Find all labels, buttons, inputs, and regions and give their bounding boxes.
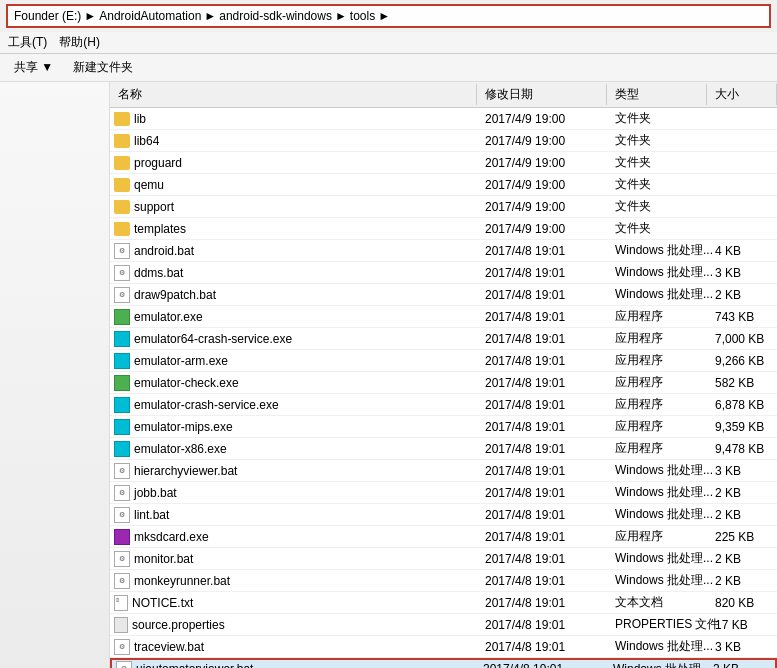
file-size-cell: 743 KB	[707, 310, 777, 324]
menu-help[interactable]: 帮助(H)	[59, 34, 100, 51]
file-type-cell: 应用程序	[607, 528, 707, 545]
file-type-cell: 应用程序	[607, 352, 707, 369]
file-name: lib64	[134, 134, 159, 148]
menu-bar: 工具(T) 帮助(H)	[0, 32, 777, 54]
file-size-cell: 582 KB	[707, 376, 777, 390]
file-name: emulator-crash-service.exe	[134, 398, 279, 412]
file-size-cell: 9,266 KB	[707, 354, 777, 368]
file-name-cell: emulator-mips.exe	[110, 419, 477, 435]
bat-icon: ⚙	[114, 573, 130, 589]
file-name-cell: ⚙ ddms.bat	[110, 265, 477, 281]
table-row[interactable]: ⚙ monkeyrunner.bat 2017/4/8 19:01 Window…	[110, 570, 777, 592]
table-row[interactable]: templates 2017/4/9 19:00 文件夹	[110, 218, 777, 240]
table-row[interactable]: emulator64-crash-service.exe 2017/4/8 19…	[110, 328, 777, 350]
file-type-cell: 文本文档	[607, 594, 707, 611]
table-row[interactable]: ⚙ draw9patch.bat 2017/4/8 19:01 Windows …	[110, 284, 777, 306]
file-date-cell: 2017/4/9 19:00	[477, 112, 607, 126]
table-row[interactable]: emulator-arm.exe 2017/4/8 19:01 应用程序 9,2…	[110, 350, 777, 372]
address-sep-2: ►	[335, 9, 347, 23]
file-name-cell: support	[110, 200, 477, 214]
file-name-cell: emulator.exe	[110, 309, 477, 325]
file-date-cell: 2017/4/8 19:01	[477, 398, 607, 412]
column-headers: 名称 修改日期 类型 大小	[110, 82, 777, 108]
bat-icon: ⚙	[114, 639, 130, 655]
share-label: 共享 ▼	[14, 59, 53, 76]
file-size-cell: 2 KB	[707, 574, 777, 588]
file-type-cell: Windows 批处理...	[607, 550, 707, 567]
folder-icon	[114, 156, 130, 170]
file-date-cell: 2017/4/9 19:00	[477, 156, 607, 170]
left-nav-placeholder	[0, 82, 109, 668]
file-name: lint.bat	[134, 508, 169, 522]
address-part-3: tools	[350, 9, 375, 23]
address-bar[interactable]: Founder (E:) ► AndroidAutomation ► andro…	[6, 4, 771, 28]
file-name-cell: source.properties	[110, 617, 477, 633]
exe-teal-icon	[114, 331, 130, 347]
exe-teal-icon	[114, 419, 130, 435]
file-date-cell: 2017/4/8 19:01	[477, 288, 607, 302]
file-name: android.bat	[134, 244, 194, 258]
file-type-cell: Windows 批处理...	[605, 661, 705, 669]
new-folder-button[interactable]: 新建文件夹	[67, 57, 139, 78]
table-row[interactable]: ⚙ monitor.bat 2017/4/8 19:01 Windows 批处理…	[110, 548, 777, 570]
file-type-cell: 文件夹	[607, 176, 707, 193]
table-row[interactable]: qemu 2017/4/9 19:00 文件夹	[110, 174, 777, 196]
file-name: jobb.bat	[134, 486, 177, 500]
file-size-cell: 3 KB	[707, 266, 777, 280]
file-type-cell: Windows 批处理...	[607, 264, 707, 281]
toolbar: 共享 ▼ 新建文件夹	[0, 54, 777, 82]
table-row[interactable]: support 2017/4/9 19:00 文件夹	[110, 196, 777, 218]
file-size-cell: 4 KB	[707, 244, 777, 258]
col-size: 大小	[707, 84, 777, 105]
file-list-container[interactable]: 名称 修改日期 类型 大小 lib 2017/4/9 19:00 文件夹 lib…	[110, 82, 777, 668]
file-type-cell: 应用程序	[607, 418, 707, 435]
new-folder-label: 新建文件夹	[73, 59, 133, 76]
file-name-cell: lib	[110, 112, 477, 126]
file-name: NOTICE.txt	[132, 596, 193, 610]
file-size-cell: 2 KB	[707, 486, 777, 500]
address-sep-1: ►	[204, 9, 216, 23]
file-name: emulator-arm.exe	[134, 354, 228, 368]
table-row[interactable]: mksdcard.exe 2017/4/8 19:01 应用程序 225 KB	[110, 526, 777, 548]
file-date-cell: 2017/4/8 19:01	[477, 332, 607, 346]
folder-icon	[114, 178, 130, 192]
file-type-cell: Windows 批处理...	[607, 242, 707, 259]
file-size-cell: 9,478 KB	[707, 442, 777, 456]
exe-teal-icon	[114, 397, 130, 413]
table-row[interactable]: ⚙ hierarchyviewer.bat 2017/4/8 19:01 Win…	[110, 460, 777, 482]
table-row[interactable]: ⚙ android.bat 2017/4/8 19:01 Windows 批处理…	[110, 240, 777, 262]
table-row[interactable]: proguard 2017/4/9 19:00 文件夹	[110, 152, 777, 174]
file-name-cell: ⚙ hierarchyviewer.bat	[110, 463, 477, 479]
table-row[interactable]: emulator.exe 2017/4/8 19:01 应用程序 743 KB	[110, 306, 777, 328]
left-panel	[0, 82, 110, 668]
table-row[interactable]: ⚙ lint.bat 2017/4/8 19:01 Windows 批处理...…	[110, 504, 777, 526]
address-part-0: Founder (E:)	[14, 9, 81, 23]
file-name: proguard	[134, 156, 182, 170]
mksd-icon	[114, 529, 130, 545]
table-row[interactable]: emulator-crash-service.exe 2017/4/8 19:0…	[110, 394, 777, 416]
table-row[interactable]: emulator-check.exe 2017/4/8 19:01 应用程序 5…	[110, 372, 777, 394]
menu-tools[interactable]: 工具(T)	[8, 34, 47, 51]
file-type-cell: 文件夹	[607, 198, 707, 215]
table-row[interactable]: ⚙ jobb.bat 2017/4/8 19:01 Windows 批处理...…	[110, 482, 777, 504]
table-row[interactable]: source.properties 2017/4/8 19:01 PROPERT…	[110, 614, 777, 636]
table-row[interactable]: ≡ NOTICE.txt 2017/4/8 19:01 文本文档 820 KB	[110, 592, 777, 614]
folder-icon	[114, 200, 130, 214]
col-type: 类型	[607, 84, 707, 105]
share-button[interactable]: 共享 ▼	[8, 57, 59, 78]
table-row[interactable]: ⚙ ddms.bat 2017/4/8 19:01 Windows 批处理...…	[110, 262, 777, 284]
table-row[interactable]: lib64 2017/4/9 19:00 文件夹	[110, 130, 777, 152]
table-row[interactable]: emulator-mips.exe 2017/4/8 19:01 应用程序 9,…	[110, 416, 777, 438]
table-row[interactable]: emulator-x86.exe 2017/4/8 19:01 应用程序 9,4…	[110, 438, 777, 460]
file-date-cell: 2017/4/8 19:01	[477, 266, 607, 280]
table-row[interactable]: ⚙ traceview.bat 2017/4/8 19:01 Windows 批…	[110, 636, 777, 658]
file-name-cell: emulator-check.exe	[110, 375, 477, 391]
address-sep-0: ►	[84, 9, 96, 23]
folder-icon	[114, 222, 130, 236]
address-part-2: android-sdk-windows	[219, 9, 332, 23]
table-row[interactable]: lib 2017/4/9 19:00 文件夹	[110, 108, 777, 130]
file-type-cell: 文件夹	[607, 220, 707, 237]
table-row[interactable]: ⚙ uiautomatorviewer.bat 2017/4/8 19:01 W…	[110, 658, 777, 668]
file-name-cell: templates	[110, 222, 477, 236]
file-size-cell: 17 KB	[707, 618, 777, 632]
